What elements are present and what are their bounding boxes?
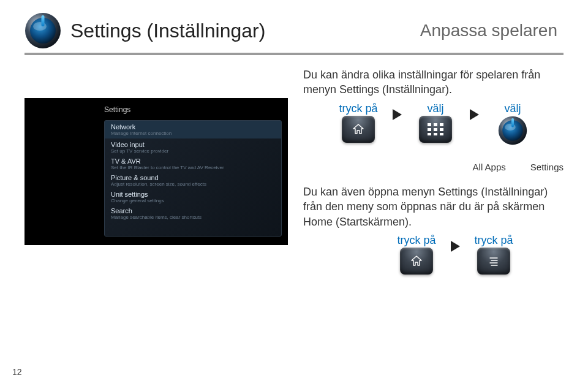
screenshot-item-sub: Set up TV service provider — [111, 148, 275, 154]
home-button-icon — [400, 248, 433, 275]
screenshot-item-title: Picture & sound — [111, 174, 275, 181]
svg-marker-19 — [451, 241, 460, 252]
screenshot-item-sub: Adjust resolution, screen size, sound ef… — [111, 181, 275, 187]
svg-point-2 — [33, 22, 47, 31]
screenshot-item-title: Search — [111, 207, 275, 214]
screenshot-item-title: Video input — [111, 141, 275, 148]
svg-rect-10 — [440, 128, 443, 131]
svg-rect-13 — [440, 133, 443, 135]
svg-rect-7 — [440, 123, 443, 126]
caption-settings: Settings — [530, 161, 564, 173]
body-text-2: Du kan även öppna menyn Settings (Instäl… — [303, 184, 564, 229]
svg-rect-18 — [511, 118, 514, 127]
svg-rect-12 — [434, 133, 437, 135]
play-arrow-icon — [449, 239, 461, 254]
svg-marker-14 — [470, 109, 479, 120]
menu-button-icon — [477, 248, 510, 275]
svg-rect-11 — [428, 133, 431, 135]
screenshot-item-title: TV & AVR — [111, 157, 275, 165]
svg-point-17 — [505, 124, 516, 131]
home-button-icon — [342, 116, 375, 143]
action-label-select: välj — [427, 101, 443, 116]
play-arrow-icon — [468, 107, 480, 122]
screenshot-item-sub: Manage Internet connection — [111, 131, 275, 136]
page-subtitle: Anpassa spelaren — [420, 21, 557, 40]
caption-all-apps: All Apps — [473, 161, 506, 173]
intro-text: Du kan ändra olika inställningar för spe… — [303, 67, 564, 97]
page-number: 12 — [12, 367, 22, 377]
svg-rect-8 — [428, 128, 431, 131]
header-divider — [24, 53, 564, 55]
action-label-select: välj — [504, 101, 521, 116]
screenshot-item-sub: Change general settings — [111, 198, 275, 203]
play-arrow-icon — [391, 107, 403, 122]
svg-rect-6 — [434, 123, 437, 126]
screenshot-item-title: Network — [111, 123, 275, 131]
page-title: Settings (Inställningar) — [70, 20, 265, 42]
screenshot-item-title: Unit settings — [111, 191, 275, 198]
svg-rect-9 — [434, 128, 437, 131]
settings-dial-button-icon — [498, 116, 527, 145]
svg-marker-4 — [393, 109, 402, 120]
screenshot-panel: Network Manage Internet connection Video… — [104, 120, 282, 237]
settings-dial-icon — [24, 12, 61, 49]
action-label-press: tryck på — [474, 233, 513, 248]
svg-rect-3 — [42, 15, 45, 26]
screenshot-item-sub: Set the IR Blaster to control the TV and… — [111, 165, 275, 170]
svg-rect-5 — [428, 123, 431, 126]
screenshot-item-sub: Manage searchable items, clear shortcuts — [111, 214, 275, 220]
all-apps-button-icon — [419, 116, 452, 143]
screenshot-title: Settings — [104, 105, 130, 114]
action-label-press: tryck på — [339, 101, 377, 116]
settings-menu-screenshot: Settings Network Manage Internet connect… — [24, 98, 288, 245]
action-label-press: tryck på — [397, 233, 435, 248]
